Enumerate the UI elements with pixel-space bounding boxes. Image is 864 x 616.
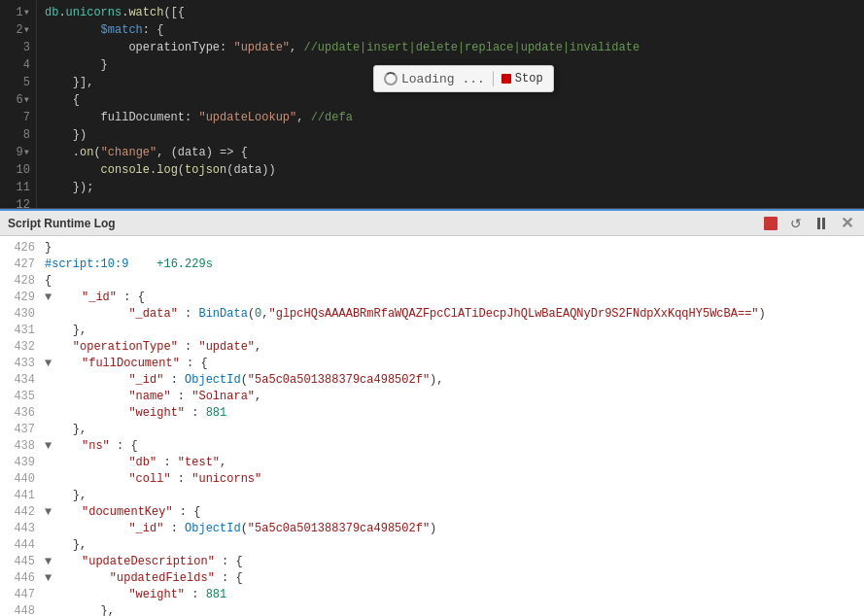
code-line-6: { <box>45 91 856 109</box>
log-line-433: 433 ▼ "fullDocument" : { <box>8 356 856 372</box>
log-line-438: 438 ▼ "ns" : { <box>8 438 856 455</box>
log-header: Script Runtime Log ↺ ✕ <box>0 209 864 236</box>
log-line-428: 428 { <box>8 273 856 290</box>
code-area: 1▾ 2▾ 3 4 5 6▾ 7 8 9▾ 10 11 12 13▾ 14 15… <box>0 0 864 208</box>
log-title: Script Runtime Log <box>8 217 116 230</box>
code-line-8: }) <box>45 126 856 144</box>
spinner-icon <box>384 72 397 86</box>
log-line-429: 429 ▼ "_id" : { <box>8 290 856 306</box>
log-line-437: 437 }, <box>8 422 856 438</box>
pause-icon <box>817 218 825 229</box>
code-line-12 <box>45 196 856 208</box>
log-clear-button[interactable]: ↺ <box>786 215 806 232</box>
editor-section: 1▾ 2▾ 3 4 5 6▾ 7 8 9▾ 10 11 12 13▾ 14 15… <box>0 0 864 209</box>
log-line-444: 444 }, <box>8 537 856 554</box>
code-line-9: .on("change", (data) => { <box>45 144 856 161</box>
stop-icon <box>501 74 511 84</box>
log-line-443: 443 "_id" : ObjectId("5a5c0a501388379ca4… <box>8 521 856 537</box>
stop-label: Stop <box>515 72 543 86</box>
stop-button[interactable]: Stop <box>501 72 543 86</box>
log-line-436: 436 "weight" : 881 <box>8 405 856 422</box>
code-line-10: console.log(tojson(data)) <box>45 161 856 179</box>
log-line-448: 448 }, <box>8 603 856 616</box>
log-line-432: 432 "operationType" : "update", <box>8 339 856 356</box>
log-content: 426 } 427 #script:10:9 +16.229s 428 { 42… <box>0 238 864 616</box>
log-line-431: 431 }, <box>8 323 856 339</box>
log-line-446: 446 ▼ "updatedFields" : { <box>8 570 856 587</box>
log-pause-button[interactable] <box>812 215 831 232</box>
log-controls: ↺ ✕ <box>761 215 856 232</box>
stop-icon <box>764 217 778 230</box>
log-close-button[interactable]: ✕ <box>837 215 856 232</box>
log-line-427: 427 #script:10:9 +16.229s <box>8 257 856 273</box>
loading-indicator: Loading ... <box>384 72 485 86</box>
log-line-430: 430 "_data" : BinData(0,"glpcHQsAAAABRmR… <box>8 306 856 323</box>
close-icon: ✕ <box>841 214 853 232</box>
log-line-447: 447 "weight" : 881 <box>8 587 856 603</box>
editor-code-content: db.unicorns.watch([{ $match: { operation… <box>37 0 864 208</box>
log-line-441: 441 }, <box>8 488 856 504</box>
log-line-442: 442 ▼ "documentKey" : { <box>8 504 856 521</box>
log-section: Script Runtime Log ↺ ✕ 426 } <box>0 209 864 616</box>
log-line-426: 426 } <box>8 240 856 257</box>
log-line-439: 439 "db" : "test", <box>8 455 856 471</box>
clear-icon: ↺ <box>790 216 802 231</box>
log-body[interactable]: 426 } 427 #script:10:9 +16.229s 428 { 42… <box>0 236 864 616</box>
log-line-440: 440 "coll" : "unicorns" <box>8 471 856 488</box>
log-line-445: 445 ▼ "updateDescription" : { <box>8 554 856 570</box>
code-line-1: db.unicorns.watch([{ <box>45 4 856 21</box>
log-line-434: 434 "_id" : ObjectId("5a5c0a501388379ca4… <box>8 372 856 389</box>
editor-line-numbers: 1▾ 2▾ 3 4 5 6▾ 7 8 9▾ 10 11 12 13▾ 14 15 <box>0 0 37 208</box>
code-line-11: }); <box>45 179 856 196</box>
code-line-2: $match: { <box>45 21 856 39</box>
loading-tooltip: Loading ... Stop <box>373 65 554 92</box>
code-line-7: fullDocument: "updateLookup", //defa <box>45 109 856 126</box>
log-stop-button[interactable] <box>761 215 780 232</box>
code-line-3: operationType: "update", //update|insert… <box>45 39 856 56</box>
tooltip-divider <box>493 71 494 86</box>
loading-text: Loading ... <box>401 72 485 86</box>
log-line-435: 435 "name" : "Solnara", <box>8 389 856 405</box>
